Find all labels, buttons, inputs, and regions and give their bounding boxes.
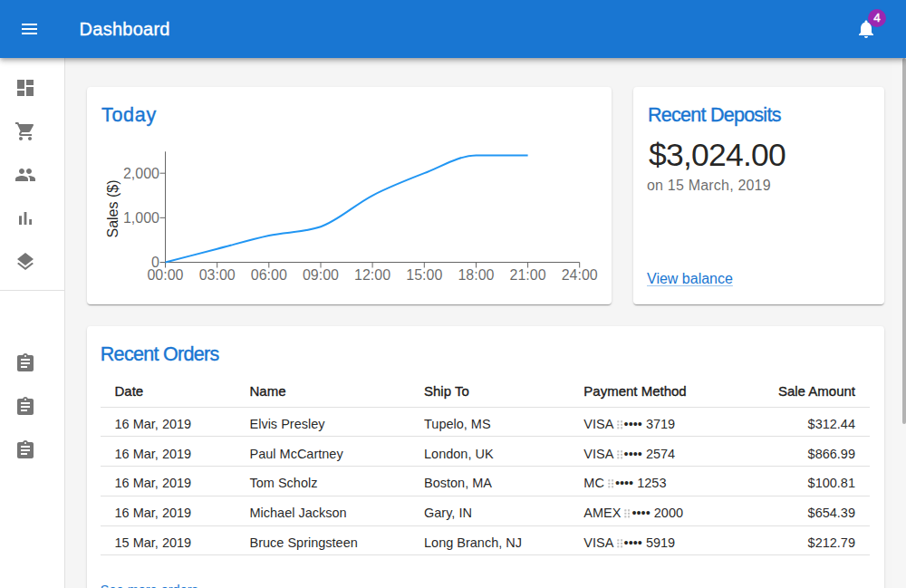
svg-text:1,000: 1,000 [123,210,159,226]
svg-text:0: 0 [151,255,159,270]
svg-text:15:00: 15:00 [406,267,442,283]
svg-text:21:00: 21:00 [510,267,546,283]
svg-text:24:00: 24:00 [562,267,598,283]
svg-text:09:00: 09:00 [303,267,339,283]
svg-text:2,000: 2,000 [123,166,159,181]
svg-text:18:00: 18:00 [458,267,494,283]
svg-text:Sales ($): Sales ($) [105,179,120,237]
svg-text:06:00: 06:00 [251,267,287,283]
svg-text:12:00: 12:00 [354,267,390,283]
svg-text:03:00: 03:00 [199,267,236,283]
